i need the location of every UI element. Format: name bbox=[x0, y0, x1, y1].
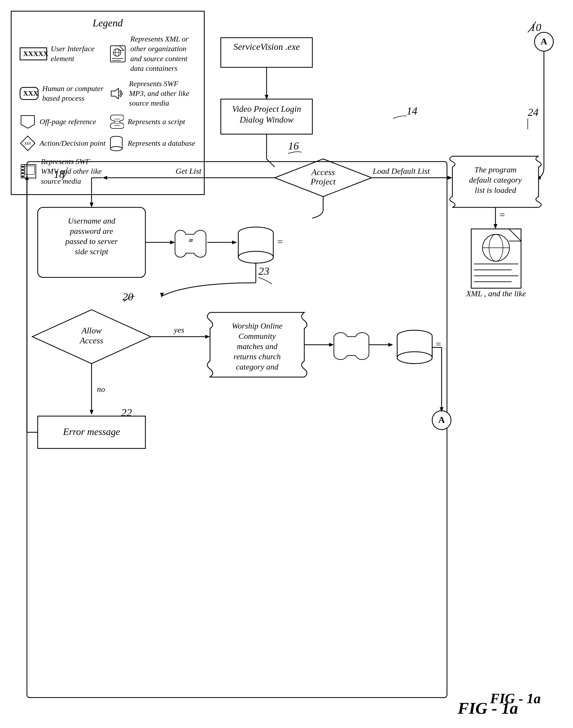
svg-point-86 bbox=[238, 251, 273, 263]
svg-text:category and: category and bbox=[236, 362, 278, 371]
svg-marker-67 bbox=[102, 176, 107, 179]
svg-text:Load Default List: Load Default List bbox=[372, 166, 430, 175]
svg-text:list is loaded: list is loaded bbox=[475, 186, 516, 195]
svg-text:returns church: returns church bbox=[233, 352, 280, 361]
svg-text:24: 24 bbox=[528, 106, 538, 118]
svg-text:Worship Online: Worship Online bbox=[232, 321, 282, 330]
svg-text:no: no bbox=[97, 384, 105, 394]
svg-text:yes: yes bbox=[173, 325, 184, 334]
svg-text:Project: Project bbox=[310, 177, 336, 187]
svg-marker-106 bbox=[388, 343, 393, 347]
svg-marker-96 bbox=[205, 335, 210, 339]
svg-text:matches and: matches and bbox=[237, 342, 278, 351]
svg-marker-104 bbox=[329, 343, 334, 347]
svg-text:side script: side script bbox=[75, 247, 108, 256]
svg-text:The program: The program bbox=[474, 165, 516, 174]
svg-text:ServiceVision .exe: ServiceVision .exe bbox=[233, 42, 300, 52]
svg-marker-114 bbox=[90, 410, 94, 415]
svg-text:=: = bbox=[277, 237, 283, 247]
svg-text:23: 23 bbox=[259, 265, 269, 277]
svg-text:≋: ≋ bbox=[188, 237, 193, 244]
svg-text:14: 14 bbox=[407, 105, 417, 117]
svg-text:16: 16 bbox=[288, 140, 299, 152]
svg-text:Dialog Window: Dialog Window bbox=[240, 115, 294, 124]
svg-text:=: = bbox=[436, 339, 441, 350]
svg-marker-81 bbox=[232, 241, 237, 244]
svg-text:password are: password are bbox=[69, 226, 113, 236]
svg-text:Access: Access bbox=[79, 335, 103, 345]
figure-label: FIG - 1a bbox=[490, 690, 541, 707]
svg-text:Allow: Allow bbox=[81, 326, 102, 335]
svg-text:A: A bbox=[541, 36, 548, 46]
svg-text:Community: Community bbox=[239, 331, 276, 341]
svg-text:Error message: Error message bbox=[63, 426, 120, 437]
page: Legend XXXXX User Interface element bbox=[0, 0, 573, 728]
svg-text:Get List: Get List bbox=[175, 166, 202, 175]
svg-text:=: = bbox=[500, 210, 505, 220]
svg-marker-49 bbox=[448, 176, 452, 179]
svg-marker-52 bbox=[493, 224, 497, 229]
svg-text:passed to server: passed to server bbox=[65, 237, 118, 246]
svg-text:A: A bbox=[438, 415, 445, 425]
svg-text:XML , and the like: XML , and the like bbox=[466, 289, 526, 298]
svg-point-111 bbox=[397, 352, 432, 364]
svg-text:Access: Access bbox=[311, 167, 335, 177]
svg-marker-78 bbox=[170, 241, 175, 244]
svg-marker-71 bbox=[90, 203, 94, 207]
svg-text:default category: default category bbox=[469, 175, 522, 184]
svg-text:Video Project Login: Video Project Login bbox=[232, 104, 301, 114]
svg-text:Username and: Username and bbox=[68, 216, 115, 225]
diagram-svg: 10 12 14 ServiceVision .exe Video Projec… bbox=[0, 0, 573, 728]
svg-marker-121 bbox=[25, 175, 29, 180]
